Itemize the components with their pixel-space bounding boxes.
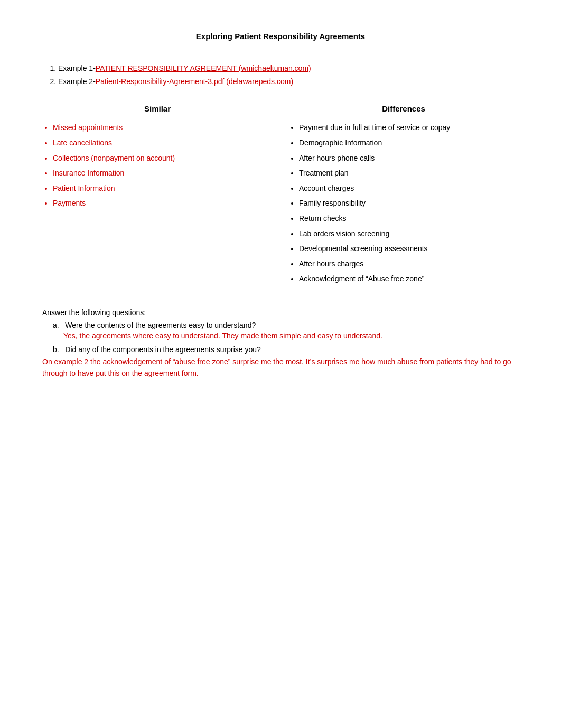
list-item: Account charges <box>299 181 519 196</box>
list-item: Developmental screening assessments <box>299 242 519 256</box>
list-item: After hours phone calls <box>299 151 519 165</box>
comparison-section: Similar Missed appointments Late cancell… <box>42 104 519 287</box>
list-item: Family responsibility <box>299 196 519 210</box>
qa-item-b: b. Did any of the components in the agre… <box>42 345 519 380</box>
list-item: Lab orders vision screening <box>299 227 519 241</box>
qa-question-a: a. Were the contents of the agreements e… <box>53 321 519 329</box>
example-1-label: Example 1- <box>58 64 96 72</box>
page-title: Exploring Patient Responsibility Agreeme… <box>42 32 519 41</box>
differences-header: Differences <box>288 104 519 113</box>
list-item: Demographic Information <box>299 136 519 150</box>
qa-answer-b: On example 2 the acknowledgement of “abu… <box>42 356 519 380</box>
similar-header: Similar <box>42 104 273 113</box>
example-1-item: Example 1-PATIENT RESPONSIBILITY AGREEME… <box>58 62 519 75</box>
list-item: Insurance Information <box>53 166 273 180</box>
qa-answer-a: Yes, the agreements where easy to unders… <box>63 331 519 340</box>
list-item: Missed appointments <box>53 121 273 135</box>
similar-column: Similar Missed appointments Late cancell… <box>42 104 283 287</box>
example-2-label: Example 2- <box>58 77 96 86</box>
differences-list: Payment due in full at time of service o… <box>288 121 519 286</box>
list-item: Return checks <box>299 211 519 226</box>
qa-item-a: a. Were the contents of the agreements e… <box>42 321 519 340</box>
list-item: Payments <box>53 196 273 210</box>
examples-list: Example 1-PATIENT RESPONSIBILITY AGREEME… <box>42 62 519 88</box>
qa-question-b: b. Did any of the components in the agre… <box>53 345 519 354</box>
list-item: Payment due in full at time of service o… <box>299 121 519 135</box>
list-item: Patient Information <box>53 181 273 196</box>
list-item: Treatment plan <box>299 166 519 180</box>
differences-column: Differences Payment due in full at time … <box>283 104 519 287</box>
qa-intro: Answer the following questions: <box>42 308 519 317</box>
list-item: Collections (nonpayment on account) <box>53 151 273 165</box>
similar-list: Missed appointments Late cancellations C… <box>42 121 273 210</box>
example-2-item: Example 2-Patient-Responsibility-Agreeme… <box>58 75 519 88</box>
list-item: After hours charges <box>299 257 519 271</box>
example-1-link[interactable]: PATIENT RESPONSIBILITY AGREEMENT (wmicha… <box>96 64 311 72</box>
list-item: Late cancellations <box>53 136 273 150</box>
list-item: Acknowledgment of “Abuse free zone” <box>299 272 519 286</box>
example-2-link[interactable]: Patient-Responsibility-Agreement-3.pdf (… <box>96 77 293 86</box>
qa-section: Answer the following questions: a. Were … <box>42 308 519 380</box>
